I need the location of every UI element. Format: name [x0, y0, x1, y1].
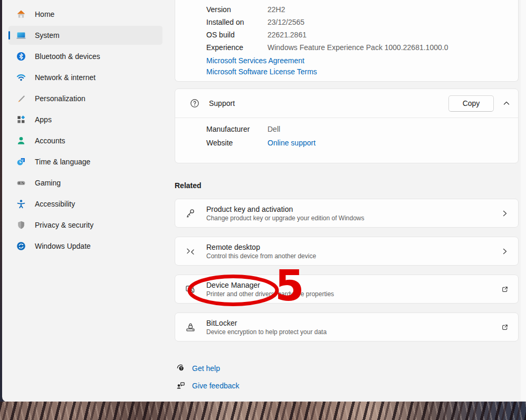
- bluetooth-icon: [16, 51, 26, 62]
- sidebar-item-label: Apps: [35, 115, 52, 124]
- key-icon: [185, 208, 196, 219]
- sidebar-item-label: Personalization: [35, 94, 85, 103]
- card-title: BitLocker: [206, 318, 327, 328]
- card-subtitle: Control this device from another device: [206, 252, 316, 260]
- license-links: Microsoft Services Agreement Microsoft S…: [206, 55, 518, 77]
- sidebar-item-personalization[interactable]: Personalization: [8, 89, 162, 108]
- services-agreement-link[interactable]: Microsoft Services Agreement: [206, 55, 518, 66]
- sidebar-item-time-language[interactable]: Time & language: [8, 152, 162, 171]
- card-subtitle: Change product key or upgrade your editi…: [206, 214, 365, 222]
- support-value: Dell: [267, 125, 280, 133]
- support-header[interactable]: Support Copy: [175, 89, 518, 118]
- apps-icon: [16, 114, 26, 125]
- spec-value: 22621.2861: [267, 31, 307, 39]
- accounts-icon: [16, 135, 26, 146]
- sidebar-item-label: Accessibility: [35, 200, 75, 208]
- sidebar-item-label: Gaming: [35, 179, 61, 187]
- device-manager-card[interactable]: Device Manager Printer and other drivers…: [175, 275, 519, 304]
- card-title: Product key and activation: [206, 204, 365, 214]
- support-label: Website: [206, 139, 267, 147]
- support-row-website: Website Online support: [206, 136, 518, 150]
- remote-desktop-card[interactable]: Remote desktop Control this device from …: [175, 237, 519, 266]
- scrollbar-gutter[interactable]: [521, 0, 526, 401]
- gaming-icon: [16, 178, 26, 188]
- chevron-up-icon[interactable]: [502, 99, 511, 108]
- get-help-label: Get help: [192, 364, 220, 373]
- spec-row-os-build: OS build 22621.2861: [206, 28, 518, 41]
- spec-value: 22H2: [267, 5, 285, 14]
- sidebar-item-gaming[interactable]: Gaming: [8, 173, 162, 192]
- desktop-wallpaper: [0, 402, 526, 420]
- sidebar-item-label: Home: [35, 10, 54, 18]
- spec-value: 23/12/2565: [267, 18, 304, 26]
- chevron-right-icon: [501, 247, 509, 256]
- spec-label: OS build: [206, 31, 267, 39]
- sidebar-item-system[interactable]: System: [8, 26, 162, 45]
- online-support-link[interactable]: Online support: [267, 139, 315, 147]
- spec-row-experience: Experience Windows Feature Experience Pa…: [206, 41, 518, 54]
- spec-label: Experience: [206, 43, 267, 52]
- home-icon: [16, 9, 26, 19]
- help-circle-icon: [189, 98, 200, 109]
- system-icon: [16, 30, 26, 41]
- support-title: Support: [209, 99, 235, 108]
- sidebar-item-windows-update[interactable]: Windows Update: [8, 237, 162, 256]
- external-link-icon: [501, 285, 509, 294]
- sidebar-item-accessibility[interactable]: Accessibility: [8, 194, 162, 213]
- spec-row-installed-on: Installed on 23/12/2565: [206, 16, 518, 28]
- software-license-link[interactable]: Microsoft Software License Terms: [206, 66, 518, 77]
- card-title: Device Manager: [206, 280, 334, 290]
- personalization-icon: [16, 93, 26, 104]
- sidebar-item-label: Network & internet: [35, 73, 95, 82]
- sidebar-item-privacy-security[interactable]: Privacy & security: [8, 216, 162, 235]
- give-feedback-link[interactable]: Give feedback: [176, 380, 240, 390]
- support-card: Support Copy Manufacturer Dell Website O…: [175, 89, 519, 163]
- card-title: Remote desktop: [206, 242, 316, 252]
- card-subtitle: Device encryption to help protect your d…: [206, 328, 327, 336]
- product-key-card[interactable]: Product key and activation Change produc…: [175, 199, 519, 228]
- sidebar-item-bluetooth-devices[interactable]: Bluetooth & devices: [8, 47, 162, 66]
- sidebar-item-network-internet[interactable]: Network & internet: [8, 68, 162, 87]
- spec-label: Installed on: [206, 18, 267, 26]
- support-row-manufacturer: Manufacturer Dell: [206, 122, 518, 136]
- sidebar-item-label: Accounts: [35, 136, 65, 145]
- windows-specs-card: Version 22H2 Installed on 23/12/2565 OS …: [175, 0, 519, 82]
- bitlocker-icon: [185, 322, 196, 333]
- sidebar-item-label: Bluetooth & devices: [35, 52, 100, 61]
- sidebar-item-label: System: [35, 31, 60, 40]
- copy-button[interactable]: Copy: [448, 95, 494, 112]
- sidebar-item-label: Privacy & security: [35, 221, 93, 229]
- sidebar-item-label: Windows Update: [35, 242, 91, 250]
- spec-row-version: Version 22H2: [206, 3, 518, 16]
- accessibility-icon: [16, 199, 26, 209]
- remote-desktop-icon: [185, 246, 196, 257]
- sidebar-item-accounts[interactable]: Accounts: [8, 131, 162, 150]
- card-subtitle: Printer and other drivers, hardware prop…: [206, 290, 334, 298]
- bitlocker-card[interactable]: BitLocker Device encryption to help prot…: [175, 312, 519, 341]
- windows-update-icon: [16, 241, 26, 251]
- related-heading: Related: [175, 181, 202, 190]
- time-language-icon: [16, 157, 26, 167]
- external-link-icon: [501, 323, 509, 331]
- support-label: Manufacturer: [206, 125, 267, 133]
- device-manager-icon: [185, 284, 196, 295]
- sidebar-item-home[interactable]: Home: [8, 5, 162, 24]
- settings-sidebar: Home System Bluetooth & devices: [2, 5, 169, 258]
- spec-value: Windows Feature Experience Pack 1000.226…: [267, 43, 448, 52]
- spec-label: Version: [206, 5, 267, 14]
- give-feedback-label: Give feedback: [192, 382, 240, 390]
- get-help-link[interactable]: Get help: [176, 363, 220, 373]
- sidebar-item-label: Time & language: [35, 158, 90, 166]
- feedback-icon: [176, 380, 186, 390]
- get-help-icon: [176, 363, 186, 373]
- sidebar-item-apps[interactable]: Apps: [8, 110, 162, 129]
- network-icon: [16, 72, 26, 83]
- support-body: Manufacturer Dell Website Online support: [175, 118, 518, 150]
- chevron-right-icon: [501, 209, 509, 218]
- privacy-shield-icon: [16, 220, 26, 230]
